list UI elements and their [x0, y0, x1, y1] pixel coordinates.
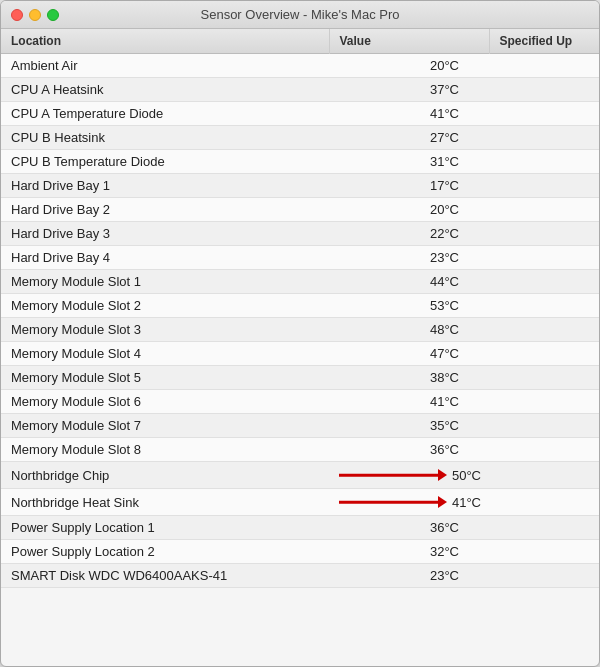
table-row: CPU A Temperature Diode41°C: [1, 102, 599, 126]
value-cell: 17°C: [329, 174, 489, 198]
table-row: Hard Drive Bay 322°C: [1, 222, 599, 246]
location-cell: Memory Module Slot 2: [1, 294, 329, 318]
value-cell: 44°C: [329, 270, 489, 294]
location-cell: Ambient Air: [1, 54, 329, 78]
specified-up-cell: [489, 390, 599, 414]
specified-up-cell: [489, 102, 599, 126]
value-cell: 32°C: [329, 540, 489, 564]
table-row: Memory Module Slot 735°C: [1, 414, 599, 438]
window-title: Sensor Overview - Mike's Mac Pro: [201, 7, 400, 22]
specified-up-cell: [489, 516, 599, 540]
location-cell: Memory Module Slot 6: [1, 390, 329, 414]
value-cell: 27°C: [329, 126, 489, 150]
header-location: Location: [1, 29, 329, 54]
location-cell: Hard Drive Bay 4: [1, 246, 329, 270]
title-bar: Sensor Overview - Mike's Mac Pro: [1, 1, 599, 29]
header-specified-up: Specified Up: [489, 29, 599, 54]
location-cell: Hard Drive Bay 1: [1, 174, 329, 198]
specified-up-cell: [489, 198, 599, 222]
value-cell: 37°C: [329, 78, 489, 102]
value-cell: 20°C: [329, 54, 489, 78]
specified-up-cell: [489, 174, 599, 198]
table-row: Memory Module Slot 144°C: [1, 270, 599, 294]
location-cell: Hard Drive Bay 3: [1, 222, 329, 246]
temperature-value: 41°C: [452, 495, 481, 510]
value-cell: 50°C: [329, 462, 489, 489]
table-row: Hard Drive Bay 423°C: [1, 246, 599, 270]
specified-up-cell: [489, 366, 599, 390]
location-cell: Power Supply Location 2: [1, 540, 329, 564]
maximize-button[interactable]: [47, 9, 59, 21]
temperature-value: 50°C: [452, 468, 481, 483]
specified-up-cell: [489, 540, 599, 564]
table-row: Ambient Air20°C: [1, 54, 599, 78]
table-row: Hard Drive Bay 117°C: [1, 174, 599, 198]
arrow-head: [438, 469, 447, 481]
specified-up-cell: [489, 489, 599, 516]
header-value: Value: [329, 29, 489, 54]
table-row: Memory Module Slot 447°C: [1, 342, 599, 366]
value-cell: 22°C: [329, 222, 489, 246]
location-cell: Memory Module Slot 5: [1, 366, 329, 390]
specified-up-cell: [489, 150, 599, 174]
specified-up-cell: [489, 342, 599, 366]
location-cell: CPU A Heatsink: [1, 78, 329, 102]
location-cell: Northbridge Heat Sink: [1, 489, 329, 516]
value-cell: 41°C: [329, 102, 489, 126]
specified-up-cell: [489, 462, 599, 489]
specified-up-cell: [489, 78, 599, 102]
table-row: Northbridge Heat Sink41°C: [1, 489, 599, 516]
value-cell: 31°C: [329, 150, 489, 174]
table-row: Memory Module Slot 538°C: [1, 366, 599, 390]
traffic-lights: [11, 9, 59, 21]
value-cell: 47°C: [329, 342, 489, 366]
main-window: Sensor Overview - Mike's Mac Pro Locatio…: [0, 0, 600, 667]
table-row: Power Supply Location 232°C: [1, 540, 599, 564]
table-row: Memory Module Slot 253°C: [1, 294, 599, 318]
location-cell: Memory Module Slot 1: [1, 270, 329, 294]
table-row: Northbridge Chip50°C: [1, 462, 599, 489]
value-cell: 41°C: [329, 390, 489, 414]
minimize-button[interactable]: [29, 9, 41, 21]
table-row: CPU B Heatsink27°C: [1, 126, 599, 150]
value-cell: 36°C: [329, 516, 489, 540]
value-cell: 53°C: [329, 294, 489, 318]
specified-up-cell: [489, 222, 599, 246]
table-row: SMART Disk WDC WD6400AAKS-4123°C: [1, 564, 599, 588]
table-row: Memory Module Slot 348°C: [1, 318, 599, 342]
specified-up-cell: [489, 246, 599, 270]
table-row: Memory Module Slot 641°C: [1, 390, 599, 414]
value-cell: 38°C: [329, 366, 489, 390]
specified-up-cell: [489, 294, 599, 318]
arrow-line: [339, 501, 439, 504]
specified-up-cell: [489, 414, 599, 438]
specified-up-cell: [489, 126, 599, 150]
table-container[interactable]: Location Value Specified Up Ambient Air2…: [1, 29, 599, 666]
table-row: CPU A Heatsink37°C: [1, 78, 599, 102]
location-cell: SMART Disk WDC WD6400AAKS-41: [1, 564, 329, 588]
specified-up-cell: [489, 438, 599, 462]
value-cell: 23°C: [329, 564, 489, 588]
table-row: Power Supply Location 136°C: [1, 516, 599, 540]
location-cell: Northbridge Chip: [1, 462, 329, 489]
specified-up-cell: [489, 564, 599, 588]
location-cell: Memory Module Slot 7: [1, 414, 329, 438]
value-cell: 23°C: [329, 246, 489, 270]
specified-up-cell: [489, 270, 599, 294]
location-cell: Memory Module Slot 3: [1, 318, 329, 342]
value-cell: 36°C: [329, 438, 489, 462]
value-cell: 20°C: [329, 198, 489, 222]
close-button[interactable]: [11, 9, 23, 21]
value-cell: 48°C: [329, 318, 489, 342]
table-row: CPU B Temperature Diode31°C: [1, 150, 599, 174]
value-cell: 41°C: [329, 489, 489, 516]
arrow-line: [339, 474, 439, 477]
location-cell: Memory Module Slot 4: [1, 342, 329, 366]
value-cell: 35°C: [329, 414, 489, 438]
specified-up-cell: [489, 54, 599, 78]
location-cell: CPU B Temperature Diode: [1, 150, 329, 174]
location-cell: Hard Drive Bay 2: [1, 198, 329, 222]
sensor-table: Location Value Specified Up Ambient Air2…: [1, 29, 599, 588]
location-cell: CPU B Heatsink: [1, 126, 329, 150]
specified-up-cell: [489, 318, 599, 342]
